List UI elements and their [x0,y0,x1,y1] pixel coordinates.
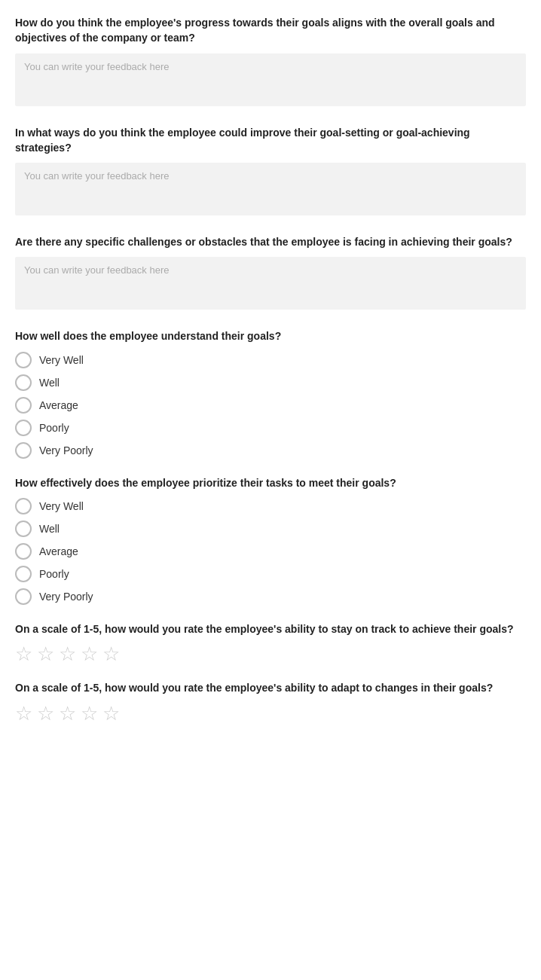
star-q7-1[interactable]: ☆ [15,704,32,723]
star-q6-4[interactable]: ☆ [81,644,98,664]
question-block-q4: How well does the employee understand th… [15,328,526,458]
radio-input-q5-1[interactable] [15,521,32,537]
star-q7-3[interactable]: ☆ [59,704,76,723]
radio-group-q5: Very WellWellAveragePoorlyVery Poorly [15,498,526,605]
radio-input-q5-0[interactable] [15,498,32,514]
question-label-q4: How well does the employee understand th… [15,328,526,343]
radio-label-q5-2: Average [39,545,78,557]
question-label-q3: Are there any specific challenges or obs… [15,234,526,249]
radio-input-q4-2[interactable] [15,397,32,414]
radio-option-q5-3[interactable]: Poorly [15,566,526,582]
radio-input-q5-3[interactable] [15,566,32,582]
radio-input-q4-1[interactable] [15,374,32,391]
star-group-q6: ☆☆☆☆☆ [15,644,526,664]
radio-label-q5-4: Very Poorly [39,591,93,603]
question-block-q3: Are there any specific challenges or obs… [15,234,526,312]
radio-option-q5-0[interactable]: Very Well [15,498,526,514]
question-label-q2: In what ways do you think the employee c… [15,125,526,156]
radio-input-q4-0[interactable] [15,352,32,368]
question-block-q5: How effectively does the employee priori… [15,475,526,605]
star-q6-1[interactable]: ☆ [15,644,32,664]
question-label-q7: On a scale of 1-5, how would you rate th… [15,680,526,695]
star-group-q7: ☆☆☆☆☆ [15,704,526,723]
question-block-q7: On a scale of 1-5, how would you rate th… [15,680,526,722]
radio-label-q5-1: Well [39,523,60,535]
radio-label-q5-0: Very Well [39,500,84,512]
star-q6-2[interactable]: ☆ [37,644,54,664]
question-label-q5: How effectively does the employee priori… [15,475,526,490]
question-label-q1: How do you think the employee's progress… [15,15,526,46]
radio-label-q5-3: Poorly [39,568,69,580]
star-q7-5[interactable]: ☆ [102,704,120,723]
feedback-textarea-q1[interactable] [15,53,526,106]
star-q7-2[interactable]: ☆ [37,704,54,723]
feedback-textarea-q2[interactable] [15,163,526,215]
question-label-q6: On a scale of 1-5, how would you rate th… [15,621,526,637]
radio-option-q4-3[interactable]: Poorly [15,420,526,436]
radio-label-q4-1: Well [39,377,60,389]
radio-option-q4-2[interactable]: Average [15,397,526,414]
star-q6-5[interactable]: ☆ [102,644,120,664]
radio-input-q5-4[interactable] [15,588,32,605]
radio-label-q4-4: Very Poorly [39,444,93,456]
radio-group-q4: Very WellWellAveragePoorlyVery Poorly [15,352,526,459]
radio-input-q4-4[interactable] [15,442,32,459]
radio-label-q4-3: Poorly [39,422,69,434]
question-block-q1: How do you think the employee's progress… [15,15,526,108]
feedback-textarea-q3[interactable] [15,257,526,310]
radio-option-q4-4[interactable]: Very Poorly [15,442,526,459]
question-block-q6: On a scale of 1-5, how would you rate th… [15,621,526,664]
question-block-q2: In what ways do you think the employee c… [15,125,526,218]
star-q7-4[interactable]: ☆ [81,704,98,723]
radio-label-q4-2: Average [39,399,78,411]
radio-option-q4-0[interactable]: Very Well [15,352,526,368]
radio-option-q5-2[interactable]: Average [15,543,526,560]
radio-option-q4-1[interactable]: Well [15,374,526,391]
radio-input-q5-2[interactable] [15,543,32,560]
radio-input-q4-3[interactable] [15,420,32,436]
radio-label-q4-0: Very Well [39,354,84,366]
radio-option-q5-1[interactable]: Well [15,521,526,537]
star-q6-3[interactable]: ☆ [59,644,76,664]
radio-option-q5-4[interactable]: Very Poorly [15,588,526,605]
survey-container: How do you think the employee's progress… [15,15,526,723]
